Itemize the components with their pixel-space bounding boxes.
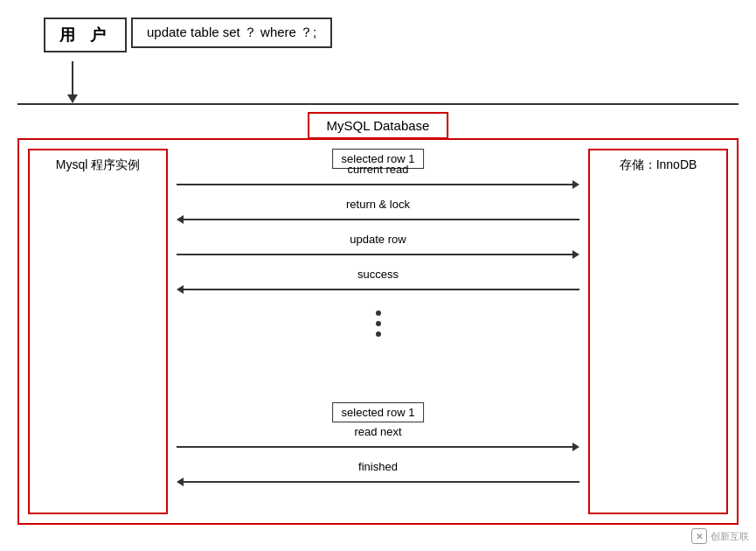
mysql-box: MySQL Database bbox=[308, 112, 449, 139]
diagram-container: 用 户 update table set ？ where ？; MySQL Da… bbox=[0, 0, 756, 551]
selected-row-bottom-label: selected row 1 bbox=[342, 406, 415, 419]
dot-3 bbox=[376, 331, 381, 337]
user-label: 用 户 bbox=[59, 26, 111, 44]
watermark: ✕ 创新互联 bbox=[691, 528, 749, 544]
selected-row-bottom-box: selected row 1 bbox=[332, 402, 425, 422]
arrow-read-next: read next bbox=[177, 437, 579, 457]
dots-area bbox=[376, 310, 381, 337]
arrow-update-row: update row bbox=[177, 245, 579, 264]
dot-2 bbox=[376, 321, 381, 326]
watermark-text: 创新互联 bbox=[711, 530, 749, 543]
label-finished: finished bbox=[177, 460, 579, 473]
left-box-label: Mysql 程序实例 bbox=[56, 157, 140, 173]
sql-label: update table set ？ where ？; bbox=[147, 24, 316, 39]
label-current-read: current read bbox=[177, 163, 579, 176]
label-return-lock: return & lock bbox=[177, 198, 579, 211]
main-outer-box: Mysql 程序实例 存储：InnoDB selected row 1 curr… bbox=[17, 138, 739, 525]
mysql-label: MySQL Database bbox=[327, 118, 430, 133]
label-read-next: read next bbox=[177, 425, 579, 438]
watermark-icon: ✕ bbox=[691, 528, 707, 544]
right-component-box: 存储：InnoDB bbox=[588, 149, 728, 514]
label-update-row: update row bbox=[177, 233, 579, 246]
label-success: success bbox=[177, 268, 579, 281]
left-component-box: Mysql 程序实例 bbox=[28, 149, 168, 514]
arrow-current-read: current read bbox=[177, 175, 579, 194]
arrow-finished: finished bbox=[177, 472, 579, 492]
right-box-label: 存储：InnoDB bbox=[620, 157, 697, 173]
dot-1 bbox=[376, 310, 381, 316]
user-box: 用 户 bbox=[44, 17, 127, 52]
arrow-return-lock: return & lock bbox=[177, 210, 579, 229]
sql-box: update table set ？ where ？; bbox=[131, 17, 332, 48]
arrow-success: success bbox=[177, 280, 579, 299]
h-divider bbox=[17, 103, 739, 105]
center-sequence: selected row 1 current read return & loc… bbox=[177, 149, 579, 514]
user-down-arrow bbox=[72, 61, 73, 96]
